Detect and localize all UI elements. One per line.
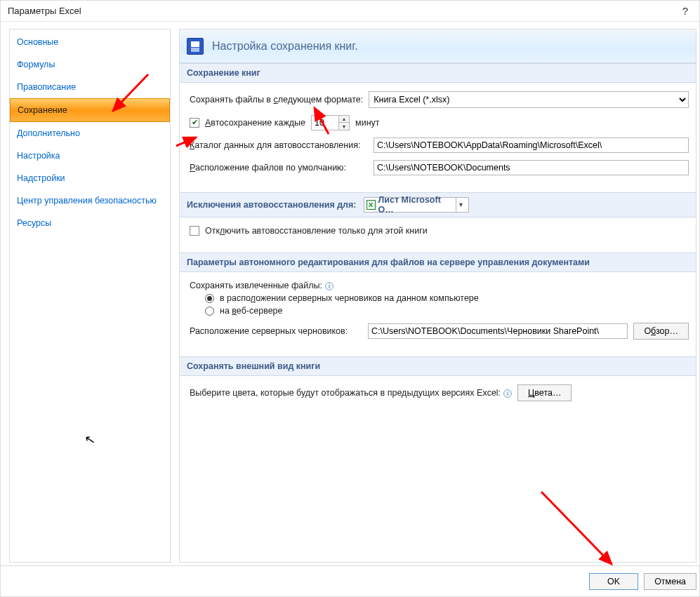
keep-extracted-label: Сохранять извлеченные файлы:i <box>190 281 334 290</box>
browse-button[interactable]: Обзор… <box>633 323 689 340</box>
options-window: Параметры Excel ? Основные Формулы Право… <box>0 0 700 597</box>
spin-up-icon[interactable]: ▲ <box>339 116 349 123</box>
autorecovery-folder-label: Каталог данных для автовосстановления: <box>190 140 368 150</box>
autosave-checkbox[interactable] <box>190 118 199 128</box>
sidebar-item-advanced[interactable]: Дополнительно <box>10 122 170 145</box>
cancel-button[interactable]: Отмена <box>644 573 696 590</box>
main-panel: Настройка сохранения книг. Сохранение кн… <box>179 29 696 563</box>
sidebar-item-formulas[interactable]: Формулы <box>10 53 170 76</box>
sidebar-item-proofing[interactable]: Правописание <box>10 76 170 98</box>
radio-web-server[interactable] <box>205 307 214 316</box>
sidebar-item-addins[interactable]: Надстройки <box>10 167 170 189</box>
sidebar-item-customize[interactable]: Настройка <box>10 145 170 167</box>
workbook-picker[interactable]: X Лист Microsoft O… ▼ <box>364 197 469 213</box>
save-format-select[interactable]: Книга Excel (*.xlsx) <box>369 91 689 108</box>
ok-button[interactable]: OK <box>589 573 638 590</box>
workbook-name: Лист Microsoft O… <box>378 195 453 215</box>
autosave-interval-input[interactable] <box>312 116 338 130</box>
save-floppy-icon <box>187 38 204 55</box>
page-header: Настройка сохранения книг. <box>180 29 696 63</box>
sidebar-item-save[interactable]: Сохранение <box>10 98 170 122</box>
dialog-body: Основные Формулы Правописание Сохранение… <box>1 22 699 565</box>
disable-autorecover-checkbox[interactable] <box>190 226 199 236</box>
excel-file-icon: X <box>366 200 376 210</box>
info-icon[interactable]: i <box>503 389 512 398</box>
autosave-label: Автосохранение каждые <box>205 118 305 128</box>
server-drafts-location-label: Расположение серверных черновиков: <box>190 326 362 336</box>
category-sidebar: Основные Формулы Правописание Сохранение… <box>9 29 171 563</box>
autosave-unit: минут <box>355 118 379 128</box>
dialog-footer: OK Отмена <box>1 565 699 596</box>
radio-server-drafts-local[interactable] <box>205 294 214 303</box>
save-format-label: Сохранять файлы в следующем формате: <box>190 95 363 105</box>
section-autorecover-exceptions: Исключения автовосстановления для: X Лис… <box>180 192 696 217</box>
autorecovery-folder-input[interactable] <box>374 137 689 153</box>
titlebar: Параметры Excel ? <box>1 1 699 22</box>
legacy-colors-label: Выберите цвета, которые будут отображать… <box>190 388 512 398</box>
chevron-down-icon[interactable]: ▼ <box>456 198 466 212</box>
section-save-workbooks: Сохранение книг <box>180 63 696 83</box>
radio-web-server-label: на веб-сервере <box>220 306 283 316</box>
default-location-label: Расположение файлов по умолчанию: <box>190 163 368 173</box>
page-title: Настройка сохранения книг. <box>212 40 358 53</box>
window-title: Параметры Excel <box>8 6 81 16</box>
sidebar-item-resources[interactable]: Ресурсы <box>10 212 170 234</box>
sidebar-item-trustcenter[interactable]: Центр управления безопасностью <box>10 189 170 212</box>
server-drafts-location-input[interactable] <box>368 323 628 339</box>
autosave-interval-spinner[interactable]: ▲▼ <box>311 115 350 130</box>
radio-server-drafts-local-label: в расположении серверных черновиков на д… <box>220 293 479 303</box>
section-preserve-visual: Сохранять внешний вид книги <box>180 356 696 376</box>
colors-button[interactable]: Цвета… <box>517 384 572 401</box>
spin-down-icon[interactable]: ▼ <box>339 123 349 130</box>
disable-autorecover-label: Отключить автовосстановление только для … <box>205 226 428 236</box>
section-offline-editing: Параметры автономного редактирования для… <box>180 253 696 272</box>
info-icon[interactable]: i <box>325 282 334 290</box>
default-location-input[interactable] <box>374 160 689 175</box>
sidebar-item-general[interactable]: Основные <box>10 31 170 53</box>
help-icon[interactable]: ? <box>678 5 692 17</box>
